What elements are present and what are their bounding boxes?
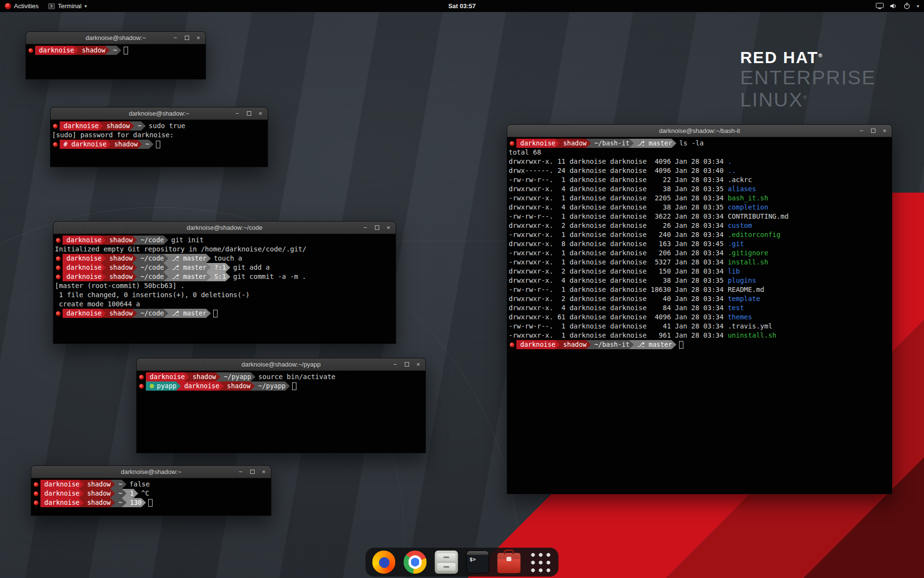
- terminal-window-home-1[interactable]: darknoise@shadow:~−×darknoiseshadow~: [26, 31, 206, 79]
- ls-output-line: -rwxrwxr-x. 1 darknoise darknoise 2205 J…: [509, 194, 890, 203]
- close-button[interactable]: ×: [414, 361, 422, 368]
- window-controls: −×: [391, 358, 422, 370]
- dock-firefox-icon[interactable]: [372, 551, 396, 574]
- window-titlebar[interactable]: darknoise@shadow:~/code−×: [53, 222, 396, 234]
- file-attributes: -rwxrwxr-x. 1 darknoise darknoise 240 Ja…: [509, 230, 728, 239]
- terminal-window-exitcodes[interactable]: darknoise@shadow:~−×darknoiseshadow~fals…: [31, 465, 271, 516]
- maximize-button[interactable]: [373, 224, 381, 232]
- dock-app-grid-icon[interactable]: [529, 551, 552, 574]
- maximize-icon: [250, 470, 255, 474]
- prompt-segment-user: darknoise: [63, 236, 106, 245]
- clock[interactable]: Sat 03:57: [448, 2, 475, 10]
- ls-output-line: drwxrwxr-x. 4 darknoise darknoise 84 Jan…: [509, 303, 890, 313]
- dock-terminal-icon[interactable]: $>: [466, 551, 489, 574]
- window-titlebar[interactable]: darknoise@shadow:~−×: [51, 107, 268, 120]
- powerline-prompt: darknoiseshadow~130: [40, 498, 141, 507]
- prompt-line: darknoiseshadow~1^C: [33, 489, 269, 498]
- activities-button[interactable]: Activities: [0, 0, 43, 12]
- output-line: [master (root-commit) 50bcb63] .: [55, 281, 394, 290]
- close-button[interactable]: ×: [260, 468, 268, 476]
- file-attributes: drwxrwxr-x. 11 darknoise darknoise 4096 …: [509, 157, 728, 166]
- terminal-content[interactable]: darknoiseshadow~sudo true[sudo] password…: [51, 120, 268, 168]
- maximize-button[interactable]: [245, 110, 253, 118]
- toolbox-latch-decoration: [507, 557, 512, 561]
- prompt-segment-host: shadow: [101, 309, 137, 318]
- powerline-prompt: darknoiseshadow~: [60, 121, 141, 131]
- redhat-prompt-icon: [53, 142, 58, 147]
- redhat-prompt-icon: [139, 375, 144, 380]
- terminal-content[interactable]: darknoiseshadow~/bash-it⎇ masterls -lato…: [507, 137, 892, 495]
- app-menu-label: Terminal: [58, 2, 81, 10]
- powerline-prompt: darknoiseshadow~: [35, 46, 116, 55]
- file-name: template: [728, 294, 760, 303]
- close-button[interactable]: ×: [194, 34, 202, 42]
- maximize-button[interactable]: [183, 34, 191, 42]
- prompt-segment-user: darknoise: [516, 340, 560, 349]
- prompt-segment-path: ~/code: [132, 254, 168, 263]
- redhat-prompt-icon: [139, 384, 144, 389]
- prompt-segment-host: shadow: [101, 263, 137, 272]
- minimize-button[interactable]: −: [237, 468, 244, 476]
- output-line: [sudo] password for darknoise:: [52, 131, 266, 140]
- window-titlebar[interactable]: darknoise@shadow:~/pyapp−×: [137, 358, 425, 371]
- prompt-segment-path: ~/code: [132, 272, 168, 281]
- maximize-button[interactable]: [248, 468, 256, 476]
- file-name: bash_it.sh: [728, 194, 768, 203]
- dock-chrome-icon[interactable]: [404, 551, 427, 574]
- terminal-cursor: [292, 382, 296, 390]
- app-menu-terminal[interactable]: Terminal ▾: [43, 0, 91, 12]
- redhat-logo-icon: [5, 3, 11, 9]
- window-titlebar[interactable]: darknoise@shadow:~−×: [31, 466, 271, 478]
- system-status-area[interactable]: ▾: [876, 0, 919, 12]
- terminal-app-icon: [48, 3, 55, 9]
- prompt-line: darknoiseshadow~/bash-it⎇ master: [509, 340, 890, 349]
- prompt-segment-user: darknoise: [63, 263, 106, 272]
- window-titlebar[interactable]: darknoise@shadow:~/bash-it−×: [507, 125, 892, 137]
- close-button[interactable]: ×: [257, 110, 264, 118]
- prompt-segment-user: darknoise: [40, 489, 84, 498]
- minimize-button[interactable]: −: [858, 127, 865, 135]
- prompt-segment-git: ⎇ master: [629, 139, 676, 148]
- dock-files-icon[interactable]: [435, 551, 458, 574]
- minimize-button[interactable]: −: [233, 110, 241, 118]
- minimize-button[interactable]: −: [361, 224, 369, 232]
- dock-toolbox-icon[interactable]: [498, 553, 521, 573]
- terminal-content[interactable]: darknoiseshadow~falsedarknoiseshadow~1^C…: [31, 478, 271, 516]
- redhat-prompt-icon: [28, 48, 33, 53]
- terminal-content[interactable]: darknoiseshadow~: [26, 44, 205, 80]
- ls-output-line: -rw-rw-r--. 1 darknoise darknoise 41 Jan…: [509, 322, 890, 331]
- terminal-window-bash-it[interactable]: darknoise@shadow:~/bash-it−×darknoisesha…: [507, 124, 892, 494]
- powerline-prompt: darknoiseshadow~: [40, 480, 122, 489]
- ls-output-line: drwxrwxr-x. 4 darknoise darknoise 38 Jan…: [509, 276, 890, 285]
- powerline-prompt: darknoiseshadow~/code⎇ masterS:1: [63, 272, 226, 281]
- activities-label: Activities: [14, 2, 38, 10]
- terminal-content[interactable]: darknoiseshadow~/codegit initInitialized…: [53, 234, 396, 344]
- prompt-segment-user: darknoise: [35, 46, 78, 55]
- maximize-button[interactable]: [403, 361, 411, 368]
- maximize-icon: [871, 129, 875, 133]
- minimize-button[interactable]: −: [171, 34, 179, 42]
- terminal-content[interactable]: darknoiseshadow~/pyappsource bin/activat…: [137, 371, 425, 454]
- file-attributes: -rwxrwxr-x. 1 darknoise darknoise 961 Ja…: [509, 331, 728, 340]
- command-text: source bin/activate: [258, 372, 335, 381]
- prompt-segment-host: shadow: [101, 236, 137, 245]
- close-button[interactable]: ×: [385, 224, 392, 232]
- prompt-line: darknoiseshadow~sudo true: [52, 121, 266, 131]
- window-titlebar[interactable]: darknoise@shadow:~−×: [26, 32, 205, 44]
- file-attributes: -rw-rw-r--. 1 darknoise darknoise 18630 …: [509, 285, 728, 294]
- maximize-button[interactable]: [869, 127, 877, 135]
- terminal-window-code[interactable]: darknoise@shadow:~/code−×darknoiseshadow…: [53, 221, 396, 344]
- powerline-prompt: darknoiseshadow~/bash-it⎇ master: [516, 139, 672, 148]
- prompt-segment-host: shadow: [101, 254, 137, 263]
- output-line: create mode 100644 a: [55, 300, 394, 309]
- ls-output-line: drwxrwxr-x. 4 darknoise darknoise 38 Jan…: [509, 184, 890, 194]
- minimize-button[interactable]: −: [391, 361, 399, 368]
- prompt-line: darknoiseshadow~/codegit init: [55, 236, 394, 245]
- prompt-segment-host: shadow: [79, 480, 115, 489]
- terminal-window-sudo[interactable]: darknoise@shadow:~−×darknoiseshadow~sudo…: [50, 107, 268, 167]
- close-button[interactable]: ×: [881, 127, 888, 135]
- redhat-prompt-icon: [510, 141, 514, 146]
- terminal-window-pyapp[interactable]: darknoise@shadow:~/pyapp−×darknoiseshado…: [136, 358, 426, 453]
- redhat-prompt-icon: [56, 265, 61, 270]
- file-attributes: drwxrwxr-x. 4 darknoise darknoise 38 Jan…: [509, 184, 728, 194]
